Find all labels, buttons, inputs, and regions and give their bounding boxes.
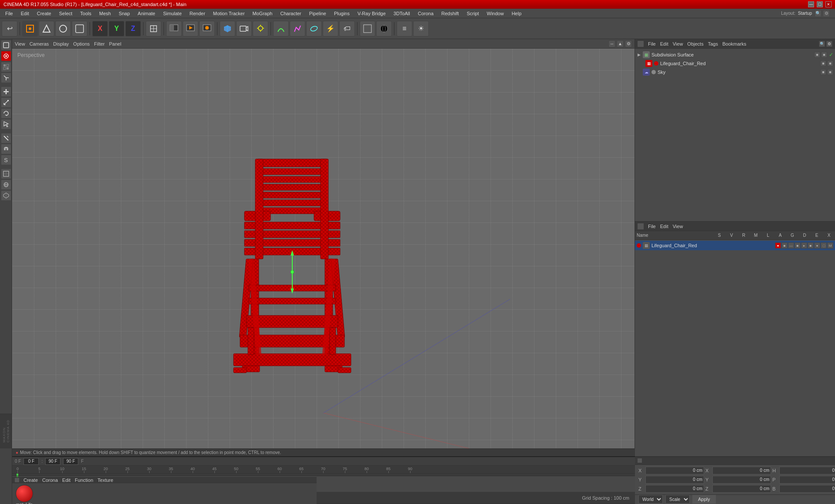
coord-rot-z-input[interactable] [712, 485, 771, 493]
select-point-button[interactable] [72, 21, 87, 36]
render-to-po-button[interactable] [199, 21, 215, 36]
menu-redshift[interactable]: Redshift [438, 10, 462, 17]
scale-tool[interactable] [1, 97, 11, 108]
viewport-layout-button[interactable] [360, 21, 375, 36]
select-poly-button[interactable] [39, 21, 54, 36]
props-row-lifeguard[interactable]: ▦ Lifeguard_Chair_Red ● ■ — ■ ▸ ■ ● ◌ M [635, 241, 835, 250]
obj-expand-triangle[interactable]: ▶ [637, 53, 641, 57]
grid-tool[interactable] [1, 179, 11, 190]
deform-button[interactable] [273, 21, 289, 36]
vp-menu-view[interactable]: View [15, 41, 25, 46]
frame-start-input[interactable] [23, 458, 39, 465]
select-model-button[interactable] [22, 21, 38, 36]
camera-object[interactable] [236, 21, 252, 36]
coord-h-input[interactable] [779, 467, 835, 474]
menu-edit[interactable]: Edit [17, 10, 33, 17]
object-item-subdivision[interactable]: ▶ ⊞ Subdivision Surface ■ ■ ✓ [635, 50, 835, 59]
menu-snap[interactable]: Snap [115, 10, 134, 17]
tag-button[interactable]: 🏷 [339, 21, 355, 36]
magnet-tool[interactable] [1, 144, 11, 154]
search-icon[interactable]: 🔍 [815, 10, 822, 17]
mat-menu-function[interactable]: Function [75, 477, 93, 483]
floor-button[interactable]: ≡ [397, 21, 412, 36]
menu-window[interactable]: Window [483, 10, 507, 17]
undo-button[interactable]: ↩ [2, 21, 17, 36]
world-object-button[interactable] [146, 21, 161, 36]
generator-button[interactable]: ⚡ [323, 21, 338, 36]
nurbs-button[interactable] [306, 21, 322, 36]
spline-button[interactable] [290, 21, 305, 36]
om-menu-bookmarks[interactable]: Bookmarks [722, 41, 746, 46]
om-settings-icon[interactable]: ⚙ [826, 41, 832, 47]
select-tool[interactable] [1, 119, 11, 129]
cube-primitive[interactable] [220, 21, 235, 36]
coord-pos-z-input[interactable] [645, 485, 704, 493]
om-search-icon[interactable]: 🔍 [819, 41, 825, 47]
render-preview-button[interactable] [166, 21, 182, 36]
vp-expand-btn[interactable]: ↔ [608, 40, 615, 47]
menu-character[interactable]: Character [277, 10, 304, 17]
light-object[interactable] [253, 21, 268, 36]
object-item-lifeguard-chair[interactable]: ▦ Lifeguard_Chair_Red ■ ■ [635, 59, 835, 68]
props-menu-view[interactable]: View [673, 224, 683, 229]
material-item[interactable]: mat_Life [16, 485, 33, 504]
settings-icon[interactable]: ⚙ [823, 10, 830, 17]
menu-corona[interactable]: Corona [414, 10, 437, 17]
axis-z-button[interactable]: Z [125, 21, 141, 36]
display-mode-button[interactable] [376, 21, 392, 36]
vp-settings-btn[interactable]: ⚙ [625, 40, 632, 47]
scale-select[interactable]: Scale [665, 495, 690, 504]
move-tool[interactable] [1, 86, 11, 97]
env-button[interactable]: ☀ [413, 21, 429, 36]
minimize-button[interactable]: — [808, 1, 814, 7]
world-select[interactable]: World [638, 495, 663, 504]
obj-visibility-check[interactable]: ✓ [829, 52, 833, 58]
om-menu-edit[interactable]: Edit [660, 41, 668, 46]
coord-pos-x-input[interactable] [645, 467, 704, 474]
menu-create[interactable]: Create [33, 10, 55, 17]
vp-maximize-btn[interactable]: ▲ [617, 40, 624, 47]
menu-mograph[interactable]: MoGraph [249, 10, 276, 17]
mat-menu-corona[interactable]: Corona [42, 477, 58, 483]
menu-animate[interactable]: Animate [134, 10, 159, 17]
vp-menu-display[interactable]: Display [53, 41, 69, 46]
mode-axis[interactable] [1, 73, 11, 83]
menu-tools[interactable]: Tools [77, 10, 95, 17]
props-menu-file[interactable]: File [648, 224, 656, 229]
mode-object[interactable] [1, 51, 11, 61]
om-menu-file[interactable]: File [648, 41, 656, 46]
snap-tool[interactable] [1, 190, 11, 201]
coord-rot-x-input[interactable] [712, 467, 771, 474]
axis-x-button[interactable]: X [92, 21, 108, 36]
om-menu-view[interactable]: View [673, 41, 683, 46]
menu-plugins[interactable]: Plugins [331, 10, 353, 17]
coord-b-input[interactable] [779, 485, 835, 493]
mat-menu-texture[interactable]: Texture [97, 477, 113, 483]
menu-file[interactable]: File [2, 10, 17, 17]
menu-pipeline[interactable]: Pipeline [306, 10, 330, 17]
vp-menu-filter[interactable]: Filter [94, 41, 104, 46]
coord-rot-y-input[interactable] [712, 476, 771, 484]
props-menu-edit[interactable]: Edit [660, 224, 668, 229]
frame-fps-input[interactable] [63, 458, 78, 465]
menu-mesh[interactable]: Mesh [96, 10, 114, 17]
menu-motion-tracker[interactable]: Motion Tracker [210, 10, 248, 17]
coord-pos-y-input[interactable] [645, 476, 704, 484]
menu-vray[interactable]: V-Ray Bridge [354, 10, 389, 17]
coord-p-input[interactable] [779, 476, 835, 484]
rotate-tool[interactable] [1, 108, 11, 119]
mat-menu-edit[interactable]: Edit [62, 477, 70, 483]
select-edge-button[interactable] [55, 21, 71, 36]
close-button[interactable]: ✕ [825, 1, 832, 7]
maximize-button[interactable]: ☐ [817, 1, 823, 7]
om-menu-objects[interactable]: Objects [687, 41, 703, 46]
menu-script[interactable]: Script [463, 10, 482, 17]
menu-3dtoall[interactable]: 3DToAll [390, 10, 414, 17]
object-item-sky[interactable]: ▶ ☁ Sky ■ ■ [635, 68, 835, 76]
floor-tool[interactable] [1, 169, 11, 179]
menu-select[interactable]: Select [56, 10, 76, 17]
vp-menu-options[interactable]: Options [73, 41, 90, 46]
frame-end-input[interactable] [45, 458, 60, 465]
menu-help[interactable]: Help [508, 10, 525, 17]
knife-tool[interactable] [1, 133, 11, 143]
